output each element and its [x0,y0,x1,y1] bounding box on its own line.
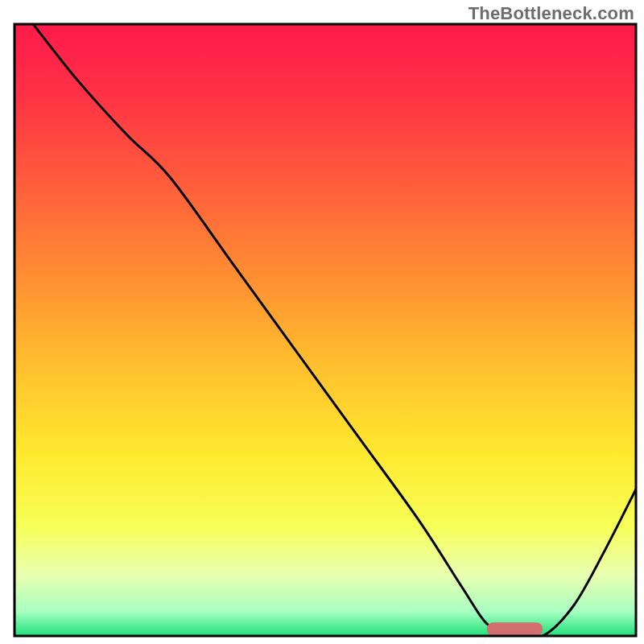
bottleneck-chart [0,0,644,644]
watermark-text: TheBottleneck.com [469,3,634,24]
bottleneck-marker [487,622,543,636]
chart-container: TheBottleneck.com [0,0,644,644]
